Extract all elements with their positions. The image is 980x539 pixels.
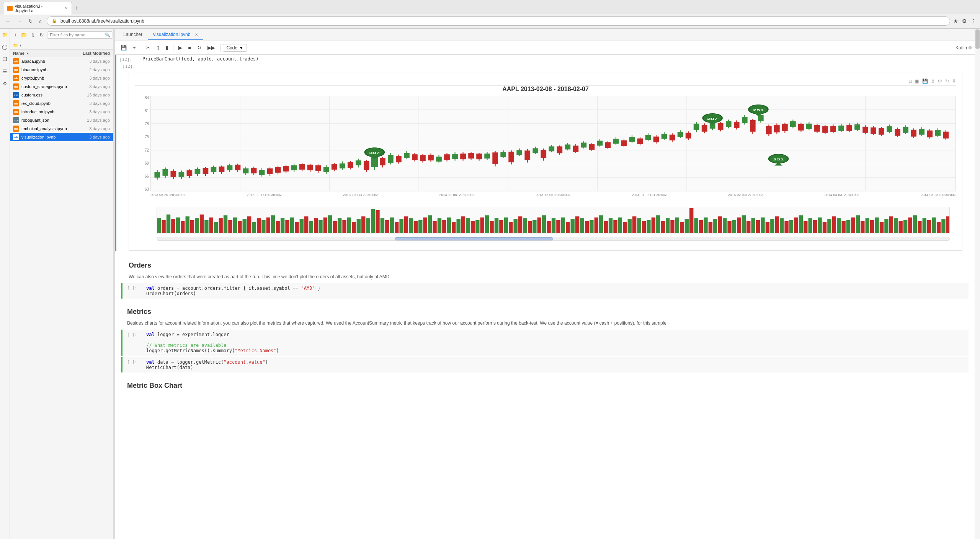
- svg-rect-123: [308, 165, 313, 170]
- list-item[interactable]: nb technical_analysis.ipynb 3 days ago: [10, 124, 113, 133]
- chart-icon-5[interactable]: ⚙: [938, 78, 942, 84]
- list-item[interactable]: nb iex_cloud.ipynb 3 days ago: [10, 99, 113, 108]
- svg-rect-268: [347, 217, 351, 233]
- list-item[interactable]: json roboquant.json 13 days ago: [10, 116, 113, 124]
- col-name-header[interactable]: Name ▲: [13, 51, 72, 56]
- file-date: 3 days ago: [72, 101, 110, 106]
- cut-btn[interactable]: ✂: [144, 43, 153, 52]
- svg-rect-318: [595, 217, 598, 233]
- menu-icon[interactable]: ⋮: [971, 18, 976, 24]
- svg-rect-361: [799, 215, 803, 233]
- svg-rect-352: [756, 220, 760, 233]
- svg-rect-316: [585, 221, 589, 233]
- commands-icon[interactable]: ❐: [2, 56, 8, 62]
- run-all-btn[interactable]: ▶▶: [205, 43, 218, 52]
- restart-btn[interactable]: ↻: [194, 43, 204, 52]
- browser-tab-visualization[interactable]: visualization.i - JupyterLa... ✕: [3, 2, 72, 15]
- svg-rect-29: [243, 168, 248, 173]
- list-item[interactable]: nb introduction.ipynb 3 days ago: [10, 108, 113, 116]
- forward-button[interactable]: →: [15, 17, 24, 25]
- extension-icon[interactable]: ⚙: [962, 18, 967, 24]
- svg-rect-319: [599, 215, 603, 233]
- svg-rect-242: [233, 217, 237, 233]
- svg-rect-322: [613, 220, 617, 233]
- new-folder-btn[interactable]: 📁: [20, 31, 28, 39]
- running-icon[interactable]: ◯: [2, 43, 8, 50]
- svg-rect-380: [889, 216, 893, 233]
- chart-scrollbar[interactable]: [141, 235, 950, 243]
- svg-rect-339: [694, 218, 698, 233]
- tab-visualization[interactable]: visualization.ipynb ✕: [148, 29, 203, 40]
- col-date-header[interactable]: Last Modified: [72, 51, 110, 56]
- home-button[interactable]: ⌂: [38, 17, 44, 25]
- svg-rect-51: [485, 154, 490, 158]
- svg-rect-47: [436, 157, 441, 162]
- svg-rect-354: [766, 222, 769, 233]
- search-icon: 🔍: [105, 33, 110, 38]
- refresh-button[interactable]: ↻: [27, 17, 34, 25]
- add-cell-btn[interactable]: +: [130, 43, 139, 52]
- tab-close-visualization[interactable]: ✕: [195, 33, 198, 37]
- url-box[interactable]: 🔒 localhost:8888/lab/tree/visualization.…: [47, 16, 950, 26]
- cell-type-dropdown[interactable]: Code ▼: [223, 44, 247, 52]
- svg-rect-53: [501, 152, 506, 157]
- svg-rect-226: [157, 218, 161, 233]
- file-search-input[interactable]: [50, 33, 103, 37]
- tab-launcher[interactable]: Launcher: [118, 29, 148, 40]
- new-launcher-btn[interactable]: +: [13, 31, 18, 39]
- svg-rect-17: [155, 172, 160, 177]
- extensions-icon[interactable]: ⚙: [2, 80, 8, 87]
- scroll-thumb[interactable]: [395, 237, 553, 240]
- svg-rect-262: [318, 220, 322, 233]
- tab-close-btn[interactable]: ✕: [65, 6, 68, 10]
- save-btn[interactable]: 💾: [118, 43, 129, 52]
- scroll-indicator[interactable]: [975, 29, 980, 49]
- svg-rect-258: [300, 219, 304, 233]
- files-icon[interactable]: 📁: [2, 31, 8, 38]
- upload-btn[interactable]: ⇧: [30, 31, 36, 39]
- orders-code[interactable]: val orders = account.orders.filter { it.…: [146, 286, 320, 296]
- svg-rect-247: [257, 218, 261, 233]
- chart-toolbar: □ ▣ 💾 ⇪ ⚙ ↻ ⇩: [135, 78, 956, 86]
- svg-rect-355: [770, 219, 774, 233]
- run-cell-btn[interactable]: ▶: [176, 43, 185, 52]
- chart-icon-2[interactable]: ▣: [915, 78, 919, 84]
- copy-btn[interactable]: ▯: [154, 43, 162, 52]
- svg-rect-264: [328, 215, 332, 233]
- svg-rect-369: [837, 218, 841, 233]
- svg-rect-284: [433, 221, 436, 233]
- svg-rect-362: [804, 221, 807, 233]
- list-item[interactable]: css custom.css 13 days ago: [10, 91, 113, 99]
- chart-icon-6[interactable]: ↻: [945, 78, 949, 84]
- list-item[interactable]: nb alpaca.ipynb 3 days ago: [10, 57, 113, 65]
- list-item[interactable]: nb crypto.ipynb 3 days ago: [10, 74, 113, 82]
- chart-icon-3[interactable]: 💾: [922, 78, 928, 84]
- css-icon: css: [13, 92, 19, 98]
- paste-btn[interactable]: ▮: [163, 43, 171, 52]
- bookmark-icon[interactable]: ★: [953, 18, 958, 24]
- svg-rect-338: [689, 208, 693, 233]
- data-code[interactable]: val data = logger.getMetric("account.val…: [146, 359, 268, 370]
- list-item[interactable]: nb custom_strategies.ipynb 3 days ago: [10, 82, 113, 91]
- list-item[interactable]: nb binance.ipynb 2 days ago: [10, 65, 113, 74]
- list-item-selected[interactable]: nb visualization.ipynb 3 days ago: [10, 133, 113, 141]
- tabs-icon[interactable]: ☰: [2, 68, 8, 75]
- logger-code[interactable]: val logger = experiment.logger // What m…: [146, 332, 279, 353]
- browser-chrome: visualization.i - JupyterLa... ✕ + ← → ↻…: [0, 0, 980, 29]
- chart-icon-1[interactable]: □: [909, 78, 912, 84]
- data-code-cell: [ ]: val data = logger.getMetric("accoun…: [121, 357, 969, 372]
- cell-code-12[interactable]: PriceBarChart(feed, apple, account.trade…: [142, 56, 258, 62]
- stop-btn[interactable]: ■: [186, 43, 194, 52]
- back-button[interactable]: ←: [4, 17, 12, 25]
- svg-rect-252: [281, 218, 284, 233]
- refresh-file-btn[interactable]: ↻: [39, 31, 45, 39]
- chart-icon-4[interactable]: ⇪: [931, 78, 935, 84]
- right-scrollbar[interactable]: [975, 29, 980, 539]
- notebook-toolbar: 💾 + ✂ ▯ ▮ ▶ ■ ↻ ▶▶ Code ▼ Kotlin: [115, 41, 975, 55]
- tab-favicon: [7, 6, 13, 11]
- new-tab-button[interactable]: +: [72, 3, 82, 13]
- file-search-box[interactable]: 🔍: [47, 31, 113, 39]
- chart-icon-7[interactable]: ⇩: [952, 78, 956, 84]
- svg-rect-379: [884, 219, 888, 233]
- notebook-icon: nb: [13, 83, 19, 90]
